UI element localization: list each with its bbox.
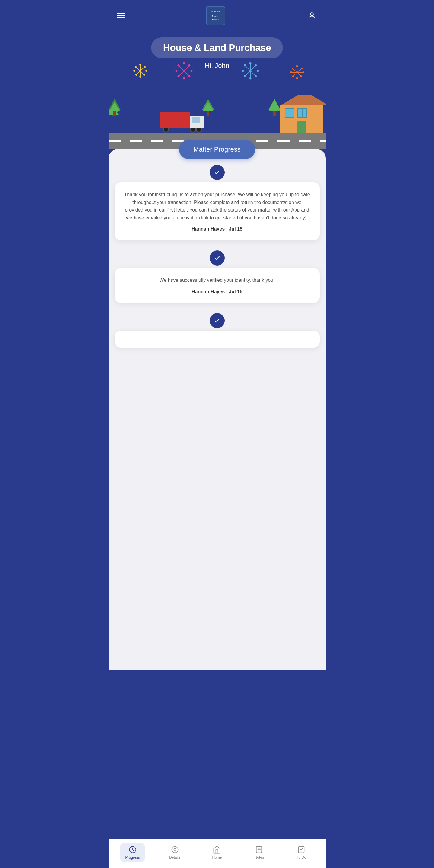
timeline-card-2: We have successfully verified your ident…: [115, 268, 320, 303]
svg-point-60: [300, 76, 301, 77]
header: Silkman Austen Brown: [109, 0, 326, 31]
svg-point-29: [183, 78, 184, 79]
timeline: Thank you for instructing us to act on y…: [109, 165, 326, 356]
greeting-text: Hi, John: [115, 62, 320, 70]
nav-label-progress: Progress: [125, 855, 140, 860]
timeline-item-2: We have successfully verified your ident…: [115, 250, 320, 303]
page-title: House & Land Purchase: [151, 37, 283, 58]
nav-label-details: Details: [169, 855, 180, 860]
svg-point-28: [189, 76, 190, 77]
svg-point-68: [174, 849, 176, 851]
svg-point-12: [144, 74, 145, 75]
nav-label-notes: Notes: [255, 855, 264, 860]
title-section: House & Land Purchase: [109, 31, 326, 92]
svg-point-62: [293, 76, 294, 77]
logo-line2: Austen: [212, 15, 219, 18]
svg-point-67: [172, 846, 178, 853]
timeline-card-1: Thank you for instructing us to act on y…: [115, 182, 320, 240]
timeline-card-author-2: Hannah Hayes | Jul 15: [124, 289, 311, 294]
svg-point-31: [176, 70, 177, 72]
svg-line-20: [184, 71, 190, 76]
timeline-connector-2: [115, 306, 115, 312]
svg-point-59: [302, 72, 304, 73]
nav-item-todo[interactable]: To Do: [289, 843, 313, 862]
tree-5: [202, 99, 214, 116]
logo-line1: Silkman: [211, 10, 220, 13]
timeline-circle-1: [210, 165, 225, 180]
svg-point-27: [191, 70, 192, 72]
house: [281, 95, 323, 133]
tree-7: [268, 99, 281, 116]
timeline-card-text-1: Thank you for instructing us to act on y…: [124, 191, 311, 221]
menu-button[interactable]: [117, 13, 125, 19]
bottom-nav: Progress Details Home Notes To Do: [109, 839, 326, 868]
timeline-card-text-2: We have successfully verified your ident…: [124, 276, 311, 284]
svg-line-36: [250, 71, 256, 76]
moving-truck: [160, 112, 205, 133]
matter-progress-button[interactable]: Matter Progress: [179, 140, 255, 159]
svg-point-43: [257, 70, 258, 72]
timeline-card-author-1: Hannah Hayes | Jul 15: [124, 226, 311, 232]
svg-point-30: [178, 76, 179, 77]
svg-point-0: [310, 13, 313, 16]
logo: Silkman Austen Brown: [206, 6, 225, 25]
svg-line-38: [245, 71, 250, 76]
nav-label-todo: To Do: [297, 855, 306, 860]
tree-3: [109, 99, 121, 116]
nav-item-notes[interactable]: Notes: [247, 843, 271, 862]
timeline-circle-2: [210, 250, 225, 266]
svg-point-66: [131, 846, 132, 847]
svg-point-61: [296, 78, 298, 79]
fireworks: Hi, John: [115, 62, 320, 89]
timeline-connector: [115, 243, 115, 249]
svg-point-46: [244, 76, 245, 77]
svg-point-45: [250, 78, 251, 79]
svg-point-11: [146, 70, 147, 71]
svg-point-44: [255, 76, 256, 77]
logo-divider: [208, 14, 223, 14]
content-area: Matter Progress Thank you for instructin…: [109, 149, 326, 670]
svg-point-63: [290, 72, 292, 73]
profile-button[interactable]: [307, 10, 317, 21]
svg-point-14: [136, 74, 137, 75]
nav-label-home: Home: [212, 855, 222, 860]
svg-point-15: [134, 70, 135, 71]
logo-line3: Brown: [212, 18, 219, 21]
timeline-card-3: [115, 331, 320, 347]
nav-item-progress[interactable]: Progress: [120, 843, 144, 862]
timeline-item-3: [115, 313, 320, 347]
nav-item-home[interactable]: Home: [205, 843, 229, 862]
timeline-item: Thank you for instructing us to act on y…: [115, 165, 320, 240]
timeline-circle-3: [210, 313, 225, 328]
svg-point-47: [242, 70, 243, 72]
nav-item-details[interactable]: Details: [163, 843, 187, 862]
svg-line-22: [178, 71, 184, 76]
svg-point-13: [140, 76, 141, 78]
